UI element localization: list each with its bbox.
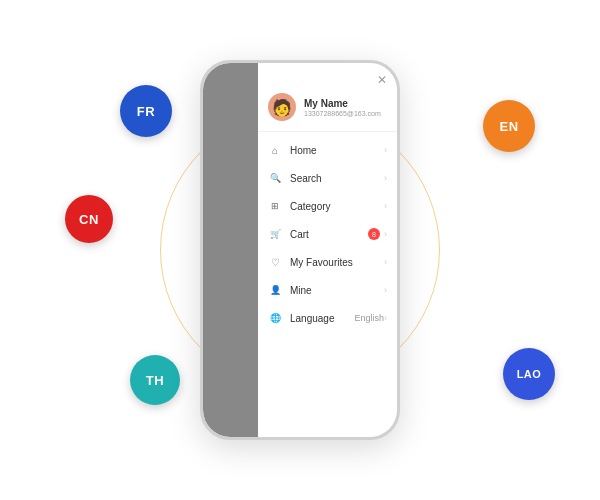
phone-sidebar — [203, 63, 263, 437]
menu-item-favourites[interactable]: ♡ My Favourites › — [258, 248, 397, 276]
menu-label-category: Category — [290, 201, 384, 212]
bubble-th[interactable]: TH — [130, 355, 180, 405]
cart-icon: 🛒 — [268, 227, 282, 241]
menu-item-language[interactable]: 🌐 Language English › — [258, 304, 397, 332]
chevron-search: › — [384, 173, 387, 183]
user-info: My Name 13307288665@163.com — [304, 97, 387, 117]
user-section: 🧑 My Name 13307288665@163.com — [258, 93, 397, 132]
menu-label-mine: Mine — [290, 285, 384, 296]
cart-badge: 8 — [368, 228, 380, 240]
category-icon: ⊞ — [268, 199, 282, 213]
menu-item-mine[interactable]: 👤 Mine › — [258, 276, 397, 304]
bubble-lao[interactable]: LAO — [503, 348, 555, 400]
search-icon: 🔍 — [268, 171, 282, 185]
menu-item-search[interactable]: 🔍 Search › — [258, 164, 397, 192]
menu-label-cart: Cart — [290, 229, 368, 240]
user-email: 13307288665@163.com — [304, 110, 387, 117]
menu-label-home: Home — [290, 145, 384, 156]
mine-icon: 👤 — [268, 283, 282, 297]
chevron-home: › — [384, 145, 387, 155]
menu-item-home[interactable]: ⌂ Home › — [258, 136, 397, 164]
user-name: My Name — [304, 97, 387, 110]
menu-item-category[interactable]: ⊞ Category › — [258, 192, 397, 220]
language-value: English — [354, 313, 384, 323]
chevron-language: › — [384, 313, 387, 323]
menu-items: ⌂ Home › 🔍 Search › ⊞ Category › — [258, 132, 397, 336]
favourites-icon: ♡ — [268, 255, 282, 269]
chevron-favourites: › — [384, 257, 387, 267]
language-icon: 🌐 — [268, 311, 282, 325]
menu-label-favourites: My Favourites — [290, 257, 384, 268]
bubble-en[interactable]: EN — [483, 100, 535, 152]
scene: FR EN CN TH LAO ✕ 🧑 My Name — [0, 0, 600, 500]
menu-label-search: Search — [290, 173, 384, 184]
menu-header: ✕ — [258, 63, 397, 93]
chevron-cart: › — [384, 229, 387, 239]
close-button[interactable]: ✕ — [377, 73, 387, 87]
bubble-fr[interactable]: FR — [120, 85, 172, 137]
home-icon: ⌂ — [268, 143, 282, 157]
chevron-mine: › — [384, 285, 387, 295]
chevron-category: › — [384, 201, 387, 211]
phone-menu: ✕ 🧑 My Name 13307288665@163.com ⌂ Home › — [258, 63, 397, 437]
phone: ✕ 🧑 My Name 13307288665@163.com ⌂ Home › — [200, 60, 400, 440]
avatar: 🧑 — [268, 93, 296, 121]
menu-item-cart[interactable]: 🛒 Cart 8 › — [258, 220, 397, 248]
bubble-cn[interactable]: CN — [65, 195, 113, 243]
menu-label-language: Language — [290, 313, 354, 324]
